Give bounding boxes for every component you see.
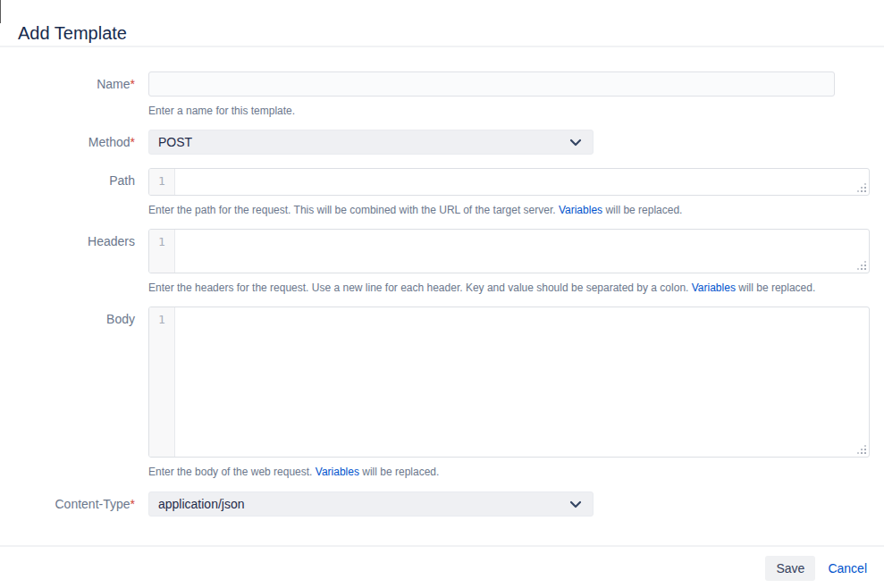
variables-link[interactable]: Variables — [316, 466, 359, 478]
name-description: Enter a name for this template. — [148, 105, 870, 116]
cancel-link[interactable]: Cancel — [828, 556, 867, 581]
variables-link[interactable]: Variables — [692, 281, 736, 294]
content-type-field-row: Content-Type* application/json — [0, 491, 884, 517]
path-label: Path — [0, 168, 135, 215]
screen-edge-artifact — [0, 0, 1, 23]
add-template-form: Name* Enter a name for this template. Me… — [0, 47, 884, 517]
content-type-selected-value: application/json — [158, 497, 245, 511]
required-asterisk: * — [130, 135, 135, 149]
headers-description: Enter the headers for the request. Use a… — [148, 282, 870, 293]
variables-link[interactable]: Variables — [559, 204, 602, 216]
chevron-down-icon — [569, 500, 582, 508]
headers-line-number: 1 — [149, 230, 175, 273]
resize-grip-icon[interactable] — [857, 183, 866, 192]
method-select[interactable]: POST — [148, 130, 594, 155]
path-code-editor: 1 — [148, 168, 870, 196]
body-code-editor: 1 — [148, 307, 870, 458]
method-label: Method* — [0, 130, 135, 155]
resize-grip-icon[interactable] — [857, 445, 866, 454]
body-label: Body — [0, 307, 135, 477]
body-field-row: Body 1 Enter the body of the web request… — [0, 307, 884, 477]
path-editor-area[interactable] — [175, 169, 869, 195]
name-input[interactable] — [148, 71, 835, 97]
form-footer: Save Cancel — [0, 545, 884, 588]
resize-grip-icon[interactable] — [857, 261, 866, 270]
method-selected-value: POST — [158, 135, 192, 149]
path-description: Enter the path for the request. This wil… — [148, 205, 870, 215]
body-line-number: 1 — [149, 307, 175, 457]
path-field-row: Path 1 Enter the path for the request. T… — [0, 168, 884, 215]
name-label: Name* — [0, 71, 135, 116]
required-asterisk: * — [130, 497, 135, 511]
headers-code-editor: 1 — [148, 229, 870, 273]
body-editor-area[interactable] — [175, 307, 869, 457]
page-header: Add Template — [0, 0, 884, 47]
headers-field-row: Headers 1 Enter the headers for the requ… — [0, 229, 884, 293]
page-title: Add Template — [18, 22, 866, 44]
required-asterisk: * — [130, 77, 135, 91]
save-button[interactable]: Save — [765, 556, 815, 581]
body-description: Enter the body of the web request. Varia… — [148, 466, 870, 477]
headers-label: Headers — [0, 229, 135, 293]
content-type-label: Content-Type* — [0, 491, 135, 517]
content-type-select[interactable]: application/json — [148, 491, 594, 517]
path-line-number: 1 — [149, 169, 175, 195]
headers-editor-area[interactable] — [175, 230, 869, 273]
name-field-row: Name* Enter a name for this template. — [0, 71, 884, 116]
method-field-row: Method* POST — [0, 130, 884, 155]
chevron-down-icon — [569, 139, 582, 147]
